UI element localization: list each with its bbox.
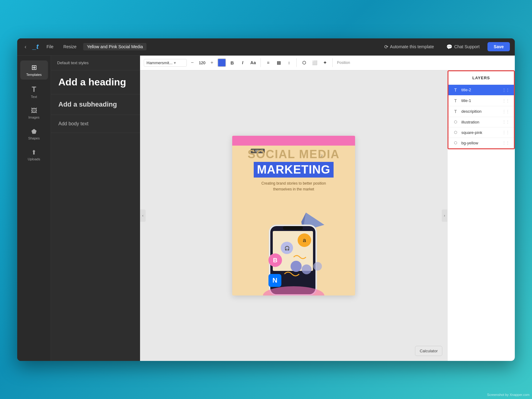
- font-dropdown-icon: ▾: [174, 61, 176, 65]
- line-height-button[interactable]: ↕: [285, 58, 293, 67]
- sidebar-item-shapes[interactable]: ⬟ Shapes: [20, 125, 48, 143]
- collapse-left-button[interactable]: ‹: [140, 209, 146, 222]
- align-center-button[interactable]: ▤: [274, 58, 283, 67]
- subheading-text: Add a subheading: [58, 100, 117, 108]
- marketing-box: MARKETING: [254, 162, 333, 178]
- chat-icon: 💬: [446, 44, 452, 50]
- font-name-label: Hammersmit...: [147, 61, 173, 65]
- svg-text:B: B: [273, 257, 277, 264]
- text-case-button[interactable]: Aa: [249, 58, 257, 67]
- layer-name-title2: title-2: [461, 88, 499, 92]
- menu-file[interactable]: File: [44, 43, 57, 50]
- svg-rect-4: [283, 226, 303, 230]
- sidebar-item-templates[interactable]: ⊞ Templates: [20, 61, 48, 80]
- align-left-button[interactable]: ≡: [264, 58, 272, 67]
- heading-style-item[interactable]: Add a heading: [51, 70, 140, 94]
- social-media-text: SOCIAL MEDIA: [238, 148, 349, 161]
- sidebar-item-shapes-label: Shapes: [28, 136, 40, 140]
- layer-drag-handle-square-pink[interactable]: ⋮⋮: [502, 130, 510, 135]
- font-size-increase-button[interactable]: +: [208, 59, 216, 66]
- app-window: ‹ _t File Resize Yellow and Pink Social …: [17, 38, 515, 361]
- back-button[interactable]: ‹: [22, 42, 29, 51]
- pink-bar: [232, 136, 355, 146]
- canvas-area: ‹ T title-2 ↻: [140, 70, 447, 361]
- automate-template-button[interactable]: ⟳ Automate this template: [380, 42, 438, 52]
- marketing-text: MARKETING: [257, 163, 330, 176]
- layers-header: LAYERS: [448, 71, 514, 85]
- main-area: ⊞ Templates T Text 🖼 Images ⬟ Shapes ⬆ U…: [17, 56, 515, 361]
- layer-text-icon-title2: T: [453, 88, 458, 92]
- app-logo: _t: [33, 43, 39, 51]
- sidebar-item-uploads[interactable]: ⬆ Uploads: [20, 146, 48, 164]
- automate-label: Automate this template: [390, 44, 434, 49]
- svg-point-14: [291, 261, 302, 272]
- content-panel-header: Default text styles: [51, 56, 140, 70]
- top-bar: ‹ _t File Resize Yellow and Pink Social …: [17, 38, 515, 56]
- sidebar-item-images[interactable]: 🖼 Images: [20, 104, 48, 122]
- layer-name-descripition: descripition: [461, 109, 499, 114]
- layer-item-square-pink[interactable]: ⬡ square-pink ⋮⋮: [448, 127, 514, 138]
- left-sidebar: ⊞ Templates T Text 🖼 Images ⬟ Shapes ⬆ U…: [17, 56, 51, 361]
- italic-button[interactable]: I: [238, 58, 247, 67]
- layer-item-bg-yellow[interactable]: ⬡ bg-yellow ⋮⋮: [448, 138, 514, 148]
- text-icon: T: [32, 85, 36, 94]
- svg-text:🎧: 🎧: [284, 246, 290, 251]
- layer-item-title-2[interactable]: T title-2 ⋮⋮: [448, 85, 514, 96]
- collapse-right-button[interactable]: ›: [442, 209, 447, 222]
- svg-text:a: a: [303, 237, 306, 243]
- chat-support-button[interactable]: 💬 Chat Support: [442, 42, 484, 52]
- bold-button[interactable]: B: [228, 58, 237, 67]
- toolbar-divider-1: [260, 58, 261, 67]
- toolbar-divider-3: [332, 58, 333, 67]
- subheading-style-item[interactable]: Add a subheading: [51, 94, 140, 115]
- uploads-icon: ⬆: [31, 149, 37, 156]
- layer-shape-icon-bg-yellow: ⬡: [453, 141, 458, 145]
- toolbar: Hammersmit... ▾ − 120 + B I Aa ≡ ▤ ↕ ⬡ ⬜: [140, 56, 515, 70]
- color-swatch[interactable]: [217, 58, 226, 67]
- automate-icon: ⟳: [384, 44, 388, 50]
- layer-item-descripition[interactable]: T descripition ⋮⋮: [448, 106, 514, 117]
- layer-text-icon-desc: T: [453, 109, 458, 114]
- phone-illustration: a 🎧 B N: [251, 200, 337, 295]
- menu-resize[interactable]: Resize: [60, 43, 80, 50]
- svg-point-16: [313, 262, 322, 271]
- images-icon: 🖼: [31, 107, 37, 114]
- layer-name-square-pink: square-pink: [461, 130, 499, 135]
- layer-drag-handle-bg-yellow[interactable]: ⋮⋮: [502, 141, 510, 145]
- toolbar-and-canvas: Hammersmit... ▾ − 120 + B I Aa ≡ ▤ ↕ ⬡ ⬜: [140, 56, 515, 361]
- content-panel: Default text styles Add a heading Add a …: [51, 56, 140, 361]
- design-card: T title-2 ↻ SOCIAL MEDIA MARK: [232, 136, 355, 295]
- sidebar-item-images-label: Images: [28, 115, 39, 119]
- font-size-decrease-button[interactable]: −: [189, 59, 196, 66]
- chat-label: Chat Support: [454, 44, 480, 49]
- font-selector[interactable]: Hammersmit... ▾: [144, 59, 187, 67]
- heading-text: Add a heading: [58, 76, 126, 88]
- calculator-button[interactable]: Calculator: [415, 346, 442, 356]
- layer-text-icon-title1: T: [453, 98, 458, 103]
- sidebar-item-templates-label: Templates: [26, 73, 41, 76]
- layer-name-title1: title-1: [461, 98, 499, 103]
- watermark: Screenshot by Xnapper.com: [487, 393, 530, 397]
- fill-button[interactable]: ⬡: [300, 58, 308, 67]
- templates-icon: ⊞: [31, 64, 37, 72]
- document-title[interactable]: Yellow and Pink Social Media: [83, 43, 147, 50]
- layer-drag-handle-title1[interactable]: ⋮⋮: [502, 99, 510, 103]
- position-label: Position: [337, 61, 350, 65]
- layer-item-title-1[interactable]: T title-1 ⋮⋮: [448, 96, 514, 106]
- body-style-item[interactable]: Add body text: [51, 115, 140, 133]
- right-panel: LAYERS T title-2 ⋮⋮ T title-1 ⋮⋮: [447, 70, 515, 361]
- save-button[interactable]: Save: [487, 42, 510, 51]
- layer-item-illustration[interactable]: ⬡ illustration ⋮⋮: [448, 117, 514, 127]
- layer-drag-handle-desc[interactable]: ⋮⋮: [502, 109, 510, 114]
- body-text: Add body text: [58, 121, 88, 126]
- sidebar-item-uploads-label: Uploads: [28, 157, 40, 161]
- font-size-control: − 120 +: [189, 59, 216, 66]
- layer-image-icon-illustration: ⬡: [453, 120, 458, 124]
- layer-drag-handle-illustration[interactable]: ⋮⋮: [502, 120, 510, 124]
- svg-point-15: [302, 264, 311, 274]
- effects-button[interactable]: ✦: [321, 58, 329, 67]
- frame-button[interactable]: ⬜: [310, 58, 319, 67]
- sidebar-item-text-label: Text: [31, 95, 37, 99]
- layer-drag-handle-title2[interactable]: ⋮⋮: [502, 88, 510, 92]
- sidebar-item-text[interactable]: T Text: [20, 82, 48, 102]
